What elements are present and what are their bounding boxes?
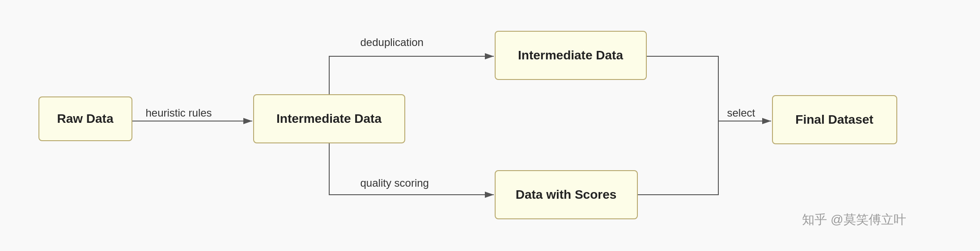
node-intermediate-data-main: Intermediate Data — [253, 94, 405, 143]
node-intermediate-data-top: Intermediate Data — [495, 31, 647, 80]
label-select: select — [727, 107, 755, 119]
line-top-to-select — [647, 56, 718, 121]
node-final-dataset: Final Dataset — [772, 95, 897, 144]
label-heuristic-rules: heuristic rules — [146, 107, 212, 119]
diagram-container: Raw Data Intermediate Data Intermediate … — [21, 9, 960, 242]
node-raw-data: Raw Data — [38, 96, 132, 141]
node-raw-data-label: Raw Data — [57, 112, 113, 126]
label-deduplication: deduplication — [361, 36, 424, 49]
watermark: 知乎 @莫笑傅立叶 — [802, 211, 906, 228]
label-quality-scoring: quality scoring — [361, 177, 429, 189]
node-final-dataset-label: Final Dataset — [795, 113, 873, 127]
line-bottom-to-select — [638, 121, 718, 195]
node-intermediate-data-main-label: Intermediate Data — [276, 112, 382, 126]
node-intermediate-data-top-label: Intermediate Data — [518, 48, 623, 63]
node-data-with-scores-label: Data with Scores — [516, 188, 617, 202]
node-data-with-scores: Data with Scores — [495, 170, 638, 219]
